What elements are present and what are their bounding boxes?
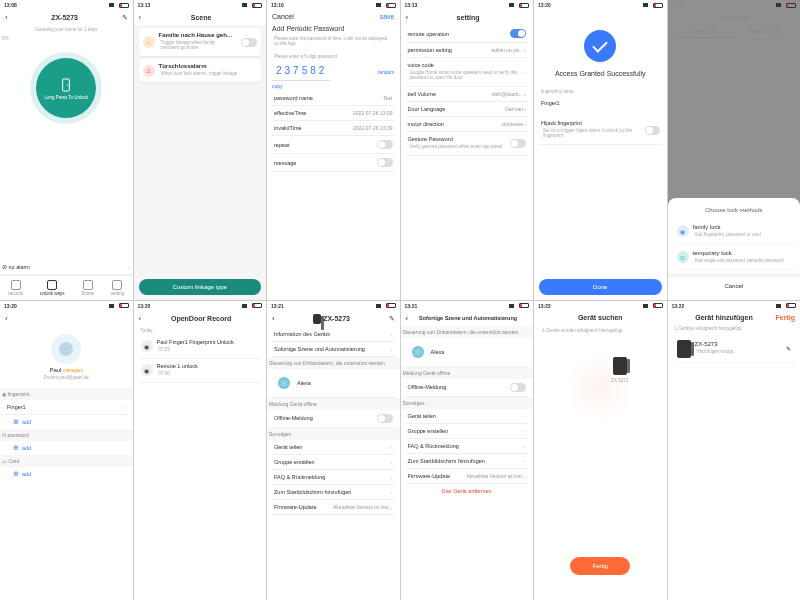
- tab-scene[interactable]: Scene: [81, 280, 94, 296]
- screen-setting: 13:13 ‹setting remote operation permissi…: [401, 0, 534, 300]
- screen-lock-main: 13:08 ‹ZX-5273✎ Guarding your home for 1…: [0, 0, 133, 300]
- edit-icon[interactable]: ✎: [389, 315, 395, 323]
- done-button[interactable]: Fertig: [776, 314, 795, 321]
- remove-device-button[interactable]: Das Gerät entfernen: [406, 484, 529, 498]
- password-digits[interactable]: 237582: [272, 61, 331, 81]
- check-icon: [584, 30, 616, 62]
- svg-point-1: [67, 84, 68, 85]
- save-button[interactable]: save: [380, 13, 395, 20]
- device-icon: [677, 340, 691, 358]
- copy-button[interactable]: copy: [272, 81, 395, 91]
- edit-icon[interactable]: ✎: [786, 345, 791, 352]
- screen-add-password: 13:10 Cancelsave Add Periodic Password P…: [267, 0, 400, 300]
- avatar: [51, 334, 81, 364]
- home-icon: ⌂: [143, 36, 155, 48]
- random-button[interactable]: random: [378, 69, 395, 75]
- svg-rect-0: [63, 79, 70, 91]
- record-item[interactable]: ◉Remote 1 unlock07:00: [139, 359, 262, 383]
- tab-setting[interactable]: setting: [111, 280, 124, 296]
- screen-opendoor-record: 13:20 ‹OpenDoor Record Today ◉Paul Finge…: [134, 301, 267, 601]
- key-icon: ⊙: [677, 251, 689, 263]
- tab-records[interactable]: records: [8, 280, 23, 296]
- lock-method-sheet: Choose lock methods ◉family lockAdd fing…: [668, 198, 801, 300]
- unlock-button[interactable]: Long Press To Unlock: [36, 58, 96, 118]
- screen-device-info: 13:21 ‹ ZX-5273✎ Information des Geräts›…: [267, 301, 400, 601]
- tab-unlock[interactable]: unlock ways: [40, 280, 65, 296]
- toggle[interactable]: [241, 38, 257, 47]
- scene-family[interactable]: ⌂Familie nach Hause geh...Trigger linkag…: [139, 28, 262, 56]
- add-card[interactable]: add: [5, 467, 128, 481]
- added-device[interactable]: ZX-5273Hinzufügen erfolgr... ✎: [673, 336, 796, 362]
- screen-device-search: 13:22 Gerät suchen 1-Geräte wurden erfol…: [534, 301, 667, 601]
- alarm-icon: ⚠: [143, 65, 155, 77]
- edit-icon[interactable]: ✎: [122, 14, 128, 22]
- radar-scan: ZX-5273: [565, 352, 635, 422]
- tab-bar: records unlock ways Scene setting: [0, 275, 133, 300]
- screen-access-granted: 13:20 Access Granted Successfully finger…: [534, 0, 667, 300]
- screen-lock-way: 13:08 ‹lock way family locktemporary loc…: [668, 0, 801, 300]
- screen-scene: 13:13 ‹Scene ⌂Familie nach Hause geh...T…: [134, 0, 267, 300]
- scene-alarm[interactable]: ⚠TürschlossalarmWhen door lock alarms, t…: [139, 59, 262, 82]
- screen-device-info-2: 13:21 ‹Sofortige Szene und Automatisieru…: [401, 301, 534, 601]
- fingerprint-icon: ◉: [677, 225, 689, 237]
- temporary-lock-option[interactable]: ⊙temporary lockAdd single-use password, …: [673, 246, 796, 269]
- record-item[interactable]: ◉Paul Finger1 Fingerprint Unlock07:03: [139, 335, 262, 359]
- screen-device-added: 13:22 Gerät hinzufügenFertig 1 Gerät(e) …: [668, 301, 801, 601]
- add-password[interactable]: add: [5, 441, 128, 455]
- cancel-button[interactable]: Cancel: [668, 273, 801, 295]
- done-button[interactable]: Done: [539, 279, 662, 295]
- cancel-button[interactable]: Cancel: [272, 13, 294, 20]
- add-fingerprint[interactable]: add: [5, 415, 128, 429]
- done-button[interactable]: Fertig: [570, 557, 630, 575]
- custom-linkage-button[interactable]: Custom linkage type: [139, 279, 262, 295]
- family-lock-option[interactable]: ◉family lockAdd fingerprint, password or…: [673, 220, 796, 243]
- screen-user-detail: 13:20 ‹ Paul managers Fromm.paul@pearl.d…: [0, 301, 133, 601]
